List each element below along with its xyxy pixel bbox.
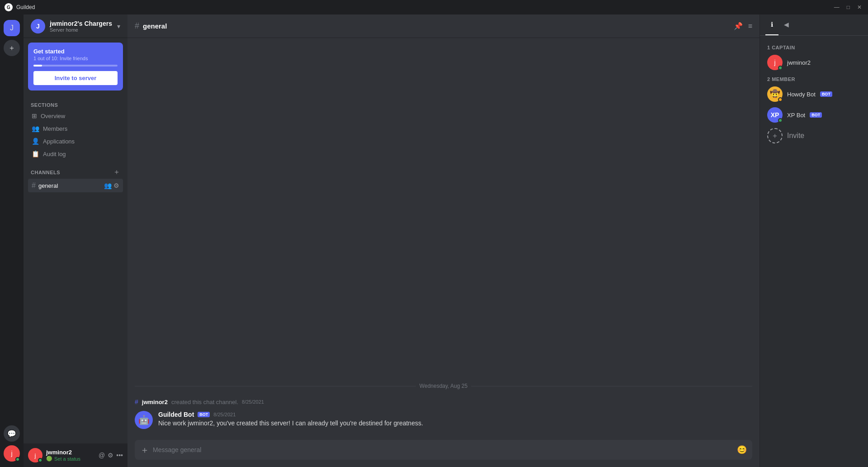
member-avatar-howdy-bot: 🤠 [767,86,783,102]
app-body: J ＋ 💬 j J jwminor2's Chargers Server hom… [0,14,868,467]
sidebar-item-audit-log-label: Audit log [43,151,66,157]
sidebar-item-members[interactable]: 👥 Members [28,122,123,135]
sidebar-item-audit-log[interactable]: 📋 Audit log [28,148,123,160]
sidebar-item-overview-label: Overview [41,113,65,119]
message-time: 8/25/2021 [213,412,236,417]
server-subtitle: Server home [50,27,117,33]
icon-sidebar-bottom: 💬 j [4,425,20,462]
sidebar-item-applications-label: Applications [43,138,75,145]
user-status-text: Set a status [54,456,80,462]
system-hash-icon: # [135,398,138,405]
chat-header-left: # general [135,21,167,31]
settings-icon[interactable]: ⚙ [108,452,113,459]
attach-button[interactable]: ＋ [140,444,149,456]
left-panel: J jwminor2's Chargers Server home ▾ Get … [24,14,127,467]
titlebar-controls: — □ ✕ [832,4,863,10]
member-item-jwminor2[interactable]: j jwminor2 [765,52,863,73]
tab-collapse[interactable]: ◀ [778,14,794,35]
get-started-panel: Get started 1 out of 10: Invite friends … [28,43,123,91]
sections-label: Sections [28,102,123,108]
user-avatar-sidebar[interactable]: j [4,445,20,462]
channel-name: general [38,182,101,189]
applications-icon: 👤 [32,138,39,145]
progress-fill [33,65,42,67]
right-panel-tabs: ℹ ◀ [760,14,868,36]
channel-members-icon[interactable]: 👥 [104,182,112,189]
minimize-button[interactable]: — [832,4,841,10]
server-avatar: J [31,19,45,33]
system-message: # jwminor2 created this chat channel. 8/… [127,396,760,407]
channels-header: Channels ＋ [28,167,123,177]
user-bar-info: jwminor2 🟢 Set a status [46,449,95,462]
member-name-xp-bot: XP Bot [787,112,805,119]
channel-icons: 👥 ⚙ [104,182,119,189]
user-bar: j jwminor2 🟢 Set a status @ ⚙ ••• [24,443,127,467]
invite-label: Invite [787,132,804,140]
icon-sidebar: J ＋ 💬 j [0,14,24,467]
right-panel: ℹ ◀ 1 Captain j jwminor2 2 Member 🤠 Howd… [760,14,868,467]
channel-hash-icon: # [32,181,36,190]
audit-log-icon: 📋 [32,150,39,157]
member-name-jwminor2: jwminor2 [787,59,811,66]
date-divider: Wednesday, Aug 25 [135,383,752,389]
members-icon: 👥 [32,125,39,132]
invite-to-server-button[interactable]: Invite to server [33,71,118,85]
emoji-button[interactable]: 😊 [737,445,747,455]
maximize-button[interactable]: □ [845,4,852,10]
progress-bar [33,65,118,67]
message-content: Guilded Bot BOT 8/25/2021 Nice work jwmi… [158,411,752,429]
chat-header: # general 📌 ≡ [127,14,760,38]
add-channel-button[interactable]: ＋ [113,167,120,177]
online-indicator [15,457,20,462]
status-dot-icon: 🟢 [46,456,52,462]
chevron-down-icon: ▾ [117,23,120,30]
member-status-dot-online [778,66,783,70]
titlebar: G Guilded — □ ✕ [0,0,868,14]
more-icon[interactable]: ••• [116,452,123,459]
tab-info[interactable]: ℹ [765,14,778,35]
howdy-bot-badge: BOT [820,91,832,97]
user-bar-status: 🟢 Set a status [46,456,95,462]
sections-group: Sections ⊞ Overview 👥 Members 👤 Applicat… [24,95,127,164]
member-section-label: 2 Member [765,73,863,84]
date-divider-text: Wednesday, Aug 25 [420,383,467,389]
sidebar-item-overview[interactable]: ⊞ Overview [28,110,123,122]
message-input[interactable] [153,440,733,460]
bot-badge: BOT [198,412,210,417]
member-list-icon[interactable]: ≡ [748,22,752,30]
channel-item-general[interactable]: # general 👥 ⚙ [28,179,123,192]
member-item-xp-bot[interactable]: XP XP Bot BOT [765,105,863,125]
system-msg-user: jwminor2 [142,399,168,405]
channels-group: Channels ＋ # general 👥 ⚙ [24,164,127,443]
system-msg-time: 8/25/2021 [242,399,264,405]
captain-section-label: 1 Captain [765,41,863,52]
pin-icon[interactable]: 📌 [734,22,743,30]
invite-plus-icon: ＋ [767,128,783,143]
channels-label: Channels [31,170,60,175]
chat-hash-icon: # [135,21,139,31]
server-header[interactable]: J jwminor2's Chargers Server home ▾ [24,14,127,38]
user-bar-name: jwminor2 [46,449,95,456]
user-bar-avatar[interactable]: j [28,448,42,462]
chat-icon-button[interactable]: 💬 [4,425,20,442]
sidebar-item-applications[interactable]: 👤 Applications [28,135,123,148]
at-icon[interactable]: @ [99,452,105,459]
member-status-dot-xp [778,118,783,123]
member-item-howdy-bot[interactable]: 🤠 Howdy Bot BOT [765,84,863,105]
close-button[interactable]: ✕ [855,4,863,10]
sidebar-item-members-label: Members [43,125,67,132]
channel-settings-icon[interactable]: ⚙ [113,182,119,189]
divider-line-left [135,386,416,386]
chat-messages: Wednesday, Aug 25 # jwminor2 created thi… [127,38,760,440]
server-icon[interactable]: J [4,20,20,36]
message-row: 🤖 Guilded Bot BOT 8/25/2021 Nice work jw… [127,407,760,433]
overview-icon: ⊞ [32,112,37,119]
add-server-button[interactable]: ＋ [4,40,20,56]
chat-input-box: ＋ 😊 [135,440,752,460]
right-panel-content: 1 Captain j jwminor2 2 Member 🤠 Howdy Bo… [760,36,868,467]
chat-header-right: 📌 ≡ [734,22,752,30]
invite-member-button[interactable]: ＋ Invite [765,125,863,146]
member-name-howdy-bot: Howdy Bot [787,91,816,98]
get-started-subtitle: 1 out of 10: Invite friends [33,56,118,61]
message-header: Guilded Bot BOT 8/25/2021 [158,411,752,418]
